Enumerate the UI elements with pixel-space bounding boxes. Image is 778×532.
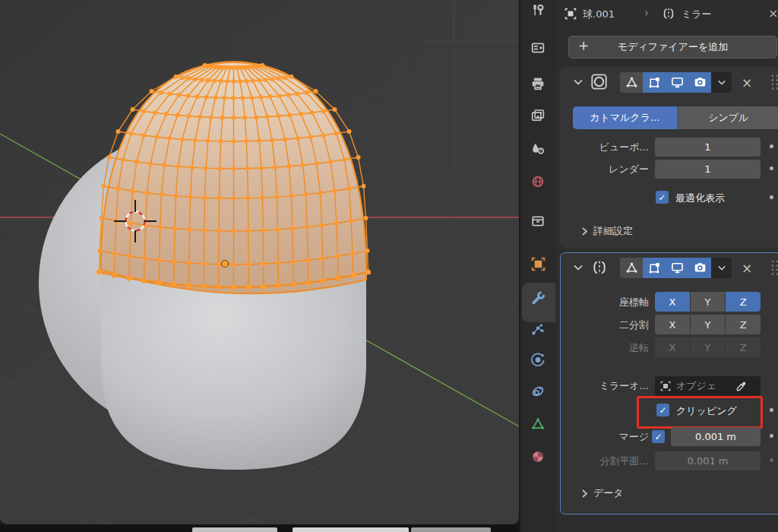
- realtime-toggle[interactable]: [666, 258, 688, 278]
- on-cage-icon: [625, 261, 638, 274]
- drag-handle-dots[interactable]: [770, 259, 778, 276]
- tab-output[interactable]: [523, 70, 553, 97]
- blender-window: 球.001 › ミラー × + モディファイアーを追加: [0, 0, 778, 532]
- tab-modifiers-active[interactable]: [523, 284, 553, 312]
- subsurf-display-toggles: [620, 72, 732, 93]
- merge-checkbox[interactable]: ✓: [652, 430, 665, 443]
- bisect-label: 二分割: [567, 318, 649, 332]
- viewport-levels-label: ビューポ...: [567, 141, 649, 154]
- animate-dot[interactable]: [770, 434, 773, 438]
- optimal-display-label: 最適化表示: [675, 192, 725, 205]
- chevron-down-icon[interactable]: [573, 264, 584, 271]
- tab-tool[interactable]: [523, 0, 553, 24]
- tab-object-data[interactable]: [523, 410, 553, 438]
- tab-scene[interactable]: [523, 135, 553, 163]
- axis-z-button[interactable]: Z: [726, 292, 761, 312]
- object-origin-dot[interactable]: [222, 261, 229, 268]
- subsurf-panel-header: ×: [560, 67, 778, 97]
- render-toggle[interactable]: [688, 72, 711, 93]
- add-modifier-button[interactable]: + モディファイアーを追加: [568, 36, 777, 59]
- advanced-label: 詳細設定: [593, 224, 633, 238]
- tab-particles[interactable]: [523, 316, 553, 344]
- data-subpanel-header[interactable]: データ: [581, 486, 624, 500]
- object-properties-icon: [531, 257, 546, 271]
- render-toggle[interactable]: [688, 258, 711, 278]
- edit-mode-icon: [648, 261, 661, 274]
- bisect-distance-field[interactable]: 0.001 m: [655, 451, 761, 470]
- axis-x-button[interactable]: X: [655, 292, 690, 312]
- mirror-display-toggles: [620, 258, 732, 278]
- extras-dropdown[interactable]: [711, 258, 732, 278]
- chevron-down-icon[interactable]: [573, 78, 584, 86]
- axis-y-button[interactable]: Y: [691, 292, 726, 312]
- tab-world[interactable]: [523, 168, 553, 195]
- bisect-y-button[interactable]: Y: [691, 315, 726, 334]
- physics-icon: [531, 353, 545, 366]
- tab-collection[interactable]: [523, 207, 553, 235]
- animate-dot[interactable]: [770, 144, 773, 148]
- edit-mode-toggle[interactable]: [643, 72, 666, 93]
- edit-mode-toggle[interactable]: [643, 258, 666, 278]
- tab-render[interactable]: [523, 34, 553, 62]
- breadcrumb: 球.001 › ミラー ×: [555, 0, 778, 29]
- breadcrumb-close-icon[interactable]: ×: [768, 6, 778, 21]
- extras-dropdown[interactable]: [711, 72, 732, 93]
- animate-dot[interactable]: [770, 166, 773, 170]
- modifier-wrench-icon: [531, 291, 546, 306]
- capsule-body[interactable]: [101, 268, 366, 470]
- animate-dot[interactable]: [770, 195, 773, 199]
- tab-simple[interactable]: シンプル: [677, 106, 778, 129]
- object-icon: [660, 381, 671, 391]
- on-cage-toggle[interactable]: [620, 72, 643, 93]
- properties-editor: 球.001 › ミラー × + モディファイアーを追加: [555, 0, 778, 532]
- tab-constraints[interactable]: [523, 378, 553, 405]
- viewport-levels-field[interactable]: 1: [655, 138, 761, 157]
- chevron-down-icon: [717, 264, 726, 271]
- constraints-icon: [531, 385, 545, 398]
- chevron-right-icon: [581, 226, 588, 236]
- delete-modifier-button[interactable]: ×: [738, 72, 756, 93]
- render-levels-label: レンダー: [567, 163, 649, 176]
- merge-label: マージ: [567, 430, 649, 444]
- mirror-object-label: ミラーオ...: [567, 379, 649, 393]
- mirror-object-field[interactable]: オブジェ: [655, 376, 761, 396]
- particles-icon: [531, 323, 545, 337]
- axis-label: 座標軸: [567, 296, 649, 309]
- scene-icon: [531, 142, 545, 156]
- material-sphere-icon: [531, 450, 545, 464]
- object-icon: [565, 8, 577, 20]
- tab-physics[interactable]: [523, 346, 553, 373]
- mirror-modifier-icon: [662, 7, 675, 21]
- subsurf-modifier-panel: × カトマルクラ... シンプル ビューポ... 1 レンダー 1 ✓ 最適化表…: [560, 67, 778, 248]
- advanced-subpanel-header[interactable]: 詳細設定: [581, 224, 633, 238]
- flip-y-button[interactable]: Y: [691, 337, 726, 357]
- animate-dot[interactable]: [770, 408, 773, 412]
- drag-handle-dots[interactable]: [770, 74, 778, 90]
- collection-box-icon: [531, 214, 545, 228]
- bisect-z-button[interactable]: Z: [726, 315, 761, 334]
- subdivision-type-tabs: カトマルクラ... シンプル: [573, 106, 778, 129]
- realtime-toggle[interactable]: [666, 72, 688, 93]
- eyedropper-icon[interactable]: [735, 381, 747, 392]
- images-stack-icon: [531, 109, 545, 122]
- on-cage-toggle[interactable]: [620, 258, 643, 278]
- viewport-3d[interactable]: [0, 0, 519, 524]
- tab-object[interactable]: [523, 250, 553, 277]
- merge-limit-field[interactable]: 0.001 m: [671, 427, 761, 446]
- optimal-display-checkbox[interactable]: ✓: [656, 191, 669, 204]
- plus-icon: +: [578, 38, 589, 53]
- delete-modifier-button[interactable]: ×: [738, 258, 756, 278]
- camera-icon: [694, 76, 707, 89]
- tab-material[interactable]: [523, 443, 553, 470]
- animate-dot[interactable]: [770, 458, 773, 462]
- flip-z-button[interactable]: Z: [726, 337, 761, 357]
- axis-toggle-group: X Y Z: [655, 292, 761, 312]
- bisect-x-button[interactable]: X: [655, 315, 690, 334]
- render-levels-field[interactable]: 1: [655, 160, 761, 179]
- tab-catmull-clark[interactable]: カトマルクラ...: [573, 106, 677, 129]
- bottom-edge-button: [411, 527, 491, 532]
- flip-x-button[interactable]: X: [655, 337, 690, 357]
- printer-icon: [531, 77, 545, 90]
- tab-view-layer[interactable]: [523, 102, 553, 129]
- breadcrumb-separator: ›: [644, 6, 649, 20]
